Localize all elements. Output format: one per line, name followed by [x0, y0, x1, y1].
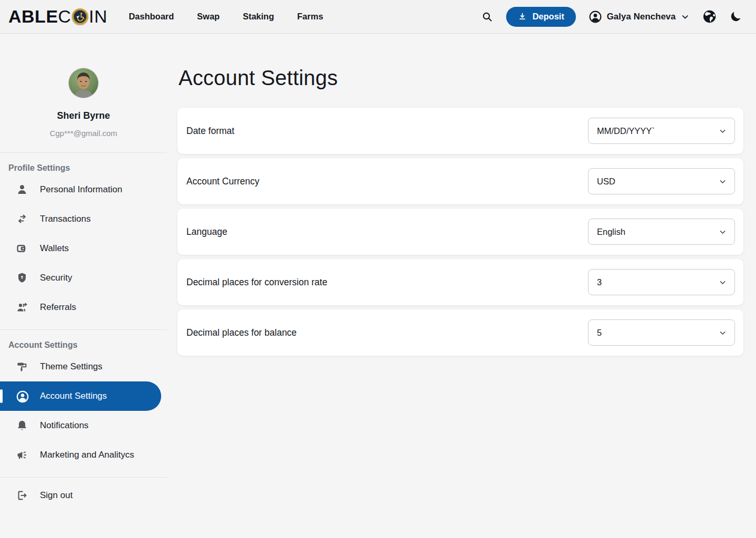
setting-row-decimal-balance: Decimal places for balance 5: [177, 309, 743, 356]
setting-row-account-currency: Account Currency USD: [177, 158, 743, 204]
user-name: Galya Nencheva: [607, 12, 676, 22]
setting-row-decimal-conversion-rate: Decimal places for conversion rate 3: [177, 259, 743, 305]
logo-text-c: C: [58, 6, 72, 27]
setting-row-date-format: Date format MM/DD/YYYY`: [177, 108, 743, 154]
select-value: USD: [597, 177, 615, 187]
user-circle-icon: [589, 10, 602, 24]
select-value: 5: [597, 328, 602, 338]
decimal-balance-select[interactable]: 5: [588, 319, 735, 346]
navbar-right: Deposit Galya Nencheva: [481, 7, 742, 27]
setting-label: Decimal places for conversion rate: [186, 277, 327, 288]
logo-text-able: ABLE: [8, 6, 58, 27]
shield-icon: [16, 272, 28, 284]
sidebar-item-marketing-and-analitycs[interactable]: Marketing and Analitycs: [0, 440, 167, 470]
sidebar-item-referrals[interactable]: Referrals: [0, 293, 167, 322]
chevron-down-icon: [718, 227, 727, 236]
download-icon: [518, 12, 527, 22]
page-layout: Sheri Byrne Cgp***@gmail.com Profile Set…: [0, 0, 756, 510]
language-select[interactable]: English: [588, 219, 735, 245]
select-value: 3: [597, 277, 602, 287]
sign-out-icon: [16, 489, 28, 502]
active-indicator: [0, 389, 3, 403]
setting-label: Decimal places for balance: [186, 327, 297, 338]
select-value: MM/DD/YYYY`: [597, 126, 655, 136]
user-menu[interactable]: Galya Nencheva: [589, 10, 690, 24]
profile-name: Sheri Byrne: [57, 110, 110, 121]
sidebar-item-account-settings[interactable]: Account Settings: [0, 381, 161, 411]
main-nav: Dashboard Swap Staking Farms: [129, 12, 323, 22]
add-user-icon: [16, 301, 28, 314]
sidebar-item-label: Marketing and Analitycs: [40, 450, 134, 460]
sidebar-item-theme-settings[interactable]: Theme Settings: [0, 352, 167, 381]
account-currency-select[interactable]: USD: [588, 168, 735, 194]
sidebar-item-security[interactable]: Security: [0, 263, 167, 293]
section-title-profile-settings: Profile Settings: [0, 153, 167, 175]
sidebar-item-label: Notifications: [40, 420, 89, 431]
select-value: English: [597, 227, 625, 237]
sign-out-label: Sign out: [40, 490, 72, 501]
user-circle-icon: [16, 390, 28, 402]
sidebar-item-label: Account Settings: [40, 391, 107, 401]
sidebar-divider: [0, 477, 167, 478]
sidebar-item-wallets[interactable]: Wallets: [0, 234, 167, 263]
accessibility-coin-icon: [72, 8, 88, 25]
chevron-down-icon: [718, 278, 727, 287]
sidebar-item-label: Referrals: [40, 302, 76, 313]
nav-link-dashboard[interactable]: Dashboard: [129, 12, 174, 22]
chevron-down-icon: [718, 127, 727, 136]
sidebar: Sheri Byrne Cgp***@gmail.com Profile Set…: [0, 34, 167, 510]
chevron-down-icon: [718, 328, 727, 337]
chevron-down-icon: [680, 12, 690, 22]
logo-text-in: IN: [89, 6, 108, 27]
nav-link-swap[interactable]: Swap: [197, 12, 219, 22]
sidebar-item-transactions[interactable]: Transactions: [0, 204, 167, 234]
globe-icon[interactable]: [702, 9, 717, 24]
sidebar-item-label: Security: [40, 273, 72, 283]
nav-link-staking[interactable]: Staking: [243, 12, 274, 22]
deposit-label: Deposit: [532, 12, 564, 22]
top-navbar: ABLE C IN Dashboard Swap Staking Farms: [0, 0, 756, 34]
setting-row-language: Language English: [177, 209, 743, 255]
setting-label: Language: [186, 226, 227, 237]
paint-roller-icon: [16, 360, 28, 373]
sidebar-item-label: Personal Information: [40, 184, 122, 195]
bell-icon: [16, 419, 28, 432]
sign-out-button[interactable]: Sign out: [0, 481, 167, 510]
decimal-conversion-rate-select[interactable]: 3: [588, 269, 735, 295]
megaphone-icon: [16, 449, 28, 461]
sidebar-item-notifications[interactable]: Notifications: [0, 411, 167, 440]
person-icon: [16, 183, 28, 196]
sidebar-item-label: Transactions: [40, 214, 91, 224]
app-logo[interactable]: ABLE C IN: [8, 6, 108, 27]
sidebar-item-personal-information[interactable]: Personal Information: [0, 175, 167, 204]
main-content: Account Settings Date format MM/DD/YYYY`…: [167, 34, 756, 510]
page-title: Account Settings: [178, 66, 743, 90]
transfer-arrows-icon: [16, 213, 28, 225]
moon-icon[interactable]: [729, 10, 742, 23]
profile-email: Cgp***@gmail.com: [50, 129, 118, 138]
section-title-account-settings: Account Settings: [0, 330, 167, 352]
avatar: [69, 68, 98, 98]
profile-block: Sheri Byrne Cgp***@gmail.com: [0, 34, 167, 138]
sidebar-item-label: Wallets: [40, 243, 69, 254]
setting-label: Account Currency: [186, 176, 259, 187]
nav-link-farms[interactable]: Farms: [297, 12, 323, 22]
deposit-button[interactable]: Deposit: [506, 7, 576, 27]
search-icon[interactable]: [481, 11, 494, 23]
setting-label: Date format: [186, 126, 234, 137]
chevron-down-icon: [718, 177, 727, 186]
wallet-icon: [16, 242, 28, 255]
date-format-select[interactable]: MM/DD/YYYY`: [588, 118, 735, 144]
sidebar-item-label: Theme Settings: [40, 361, 102, 372]
